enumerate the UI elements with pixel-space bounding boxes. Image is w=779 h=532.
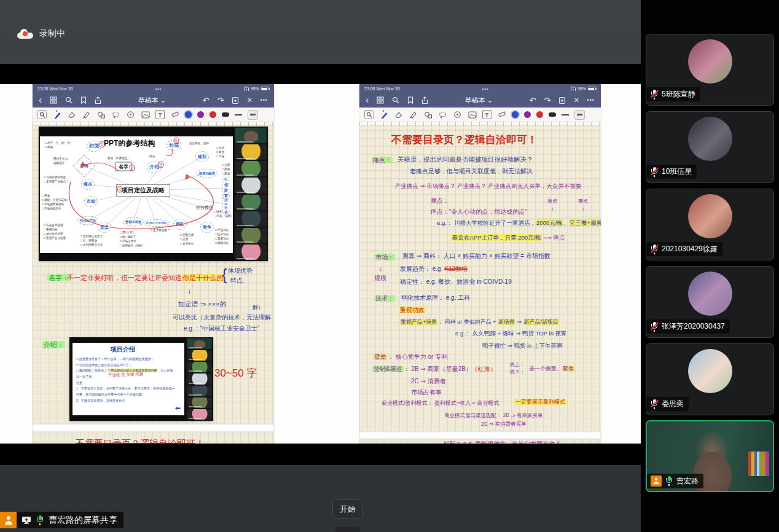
cloud-recording-icon [17, 29, 33, 39]
shared-tablet-screenshot-left: 23:08 Wed Nov 30 ••• 98% ‹ 草稿本 ⌄ [33, 84, 274, 444]
bookmark-icon [80, 96, 87, 104]
intro-slide-line: □ 可以把答辩稿上的文字呈现在PPT上； [76, 362, 175, 369]
intro-slide: 项目介绍 □ 说清楚你准备干一件什么事，一两句话就能说清楚的；□ 可以把答辩稿上… [72, 343, 184, 415]
participant-tile[interactable]: 张泽芳2020030437 [646, 266, 774, 338]
note-line: e.g.： 川师大学校附近开了一家酒店，2000元/晚、它三餐+服务好 [437, 219, 601, 227]
participant-name: 张泽芳2020030437 [662, 321, 725, 332]
eraser-tool-icon [394, 110, 403, 119]
pen-tool-icon [379, 110, 388, 119]
mic-muted-icon [650, 167, 659, 177]
share-banner-text: 曹宏路的屏幕共享 [49, 515, 117, 526]
notes-toolbar: T [33, 108, 274, 122]
embedded-mini-tile [235, 228, 267, 243]
recording-label: 录制中 [39, 28, 65, 39]
embedded-mini-tile [235, 195, 267, 210]
embedded-mini-tile [187, 338, 212, 349]
screen-share-banner[interactable]: 曹宏路的屏幕共享 [0, 512, 123, 528]
note-line: ↑ [551, 206, 554, 213]
screen-share-area: 录制中 23:08 Wed Nov 30 ••• 98% ‹ [0, 0, 641, 532]
note-line: 关联度，提出的问题是否能被项目很好地解决？ [397, 155, 533, 163]
note-line: 2C ⇒ 有消费者买单 [481, 421, 527, 428]
bookshelf-background [748, 452, 769, 476]
note-line: 重视功效 [399, 307, 426, 315]
pen-color-blue [512, 111, 519, 118]
mic-muted-icon [650, 399, 659, 409]
wifi-icon [571, 87, 576, 91]
participant-tile[interactable]: 曹宏路 [646, 420, 774, 492]
participant-tile[interactable]: 娄思奕 [646, 343, 774, 415]
stamp-tool-icon [453, 110, 462, 119]
note-line: { [222, 265, 227, 285]
pen-color-purple [197, 111, 204, 118]
note-line: 创新？ e.g. 卖鸭很便宜，靠其它方面来收入 [443, 440, 561, 444]
note-line: 加定语 ⇒ ×××的 [178, 300, 227, 309]
intro-slide-line: 2、不建议盲目跟风，追捧投资热点 [76, 398, 175, 404]
eraser-tool-icon [67, 110, 76, 119]
note-line: 发展趋势： e.g. K12教培 [400, 265, 468, 273]
embedded-participant-strip-2 [186, 337, 213, 421]
pen-color-blue [185, 111, 192, 118]
participant-namebar: 张泽芳2020030437 [646, 319, 730, 334]
recording-indicator[interactable]: 录制中 [17, 28, 65, 39]
avatar [688, 117, 732, 161]
tape-tool-icon [497, 110, 506, 119]
share-letterbox-top [0, 64, 641, 84]
avatar [688, 39, 732, 84]
avatar [688, 194, 732, 238]
image-tool-icon [141, 110, 150, 119]
close-icon: × [574, 96, 579, 104]
intro-slide-title: 项目介绍 [111, 346, 135, 354]
start-button[interactable]: 开始 [332, 499, 363, 518]
search-icon [65, 96, 72, 104]
wifi-icon [244, 87, 249, 91]
battery-percent: 98% [577, 87, 586, 91]
intro-slide-line: 1、不要追求大而全，也不要产业链太长，要专注聚焦：表明你就想做一 [76, 386, 175, 392]
note-line: 不一定非要好听，但一定要让评委知道你是干什么的 [67, 274, 224, 283]
host-badge-icon [651, 475, 662, 487]
participant-tile[interactable]: 5班陈宣静 [646, 34, 774, 106]
note-line: 老痛点足够，但与项目关联度低，则无法解决 [410, 168, 533, 176]
battery-icon [261, 87, 269, 90]
stroke-width-box [248, 110, 258, 120]
note-line: 最近在APP上订单，只需 200元/晚 ⟶ 痒点 [452, 234, 565, 241]
status-dots: ••• [482, 87, 488, 91]
battery-icon [588, 87, 596, 90]
embedded-participant-strip [234, 127, 268, 261]
note-line: 2C ⇒ 消费者 [411, 378, 446, 386]
participant-tile[interactable]: 2021030429徐露 [646, 189, 774, 260]
stroke-thin [235, 114, 242, 115]
redo-icon: ↷ [217, 96, 224, 104]
note-line: 弱化技术原理： e.g. 工科 [401, 294, 470, 302]
status-time: 23:08 Wed Nov 30 [364, 87, 400, 91]
note-line: 选一个侧重、聚焦 [529, 366, 574, 372]
pen-color-black [549, 112, 556, 117]
shapes-tool-icon [96, 110, 106, 119]
notebook-page-right: 不需要目录页？逻辑自洽即可！痛点：关联度，提出的问题是否能被项目很好地解决？老痛… [359, 122, 601, 444]
battery-percent: 98% [251, 87, 259, 91]
note-line: e.g.： 久久鸭脖 + 馋味 ⇒ 鸭货 TOP in 夜宵 [455, 330, 567, 337]
note-line: 体现优势 [228, 267, 252, 275]
notebook-page-left: ⋯ ⋯ PPT的参考结构 封面封底规划股权&融资引领教育产业&社会经营数据竞争团… [33, 122, 274, 444]
status-dots: ••• [155, 87, 162, 91]
note-line: 介绍： [42, 341, 65, 350]
taskbar-hint [335, 527, 360, 532]
embedded-mini-tile [187, 386, 212, 396]
avatar [688, 349, 732, 393]
avatar [688, 272, 732, 316]
pen-color-black [222, 112, 229, 117]
text-tool-icon: T [155, 110, 165, 119]
notebook-title: 草稿本 ⌄ [101, 96, 202, 105]
note-line: 营销&渠道： 2B ⇒ 商家（尽量2B）（红海） [372, 366, 496, 374]
pen-color-purple [524, 111, 531, 118]
participant-tile[interactable]: 10班伍星 [646, 111, 774, 183]
ipad-status-bar: 23:08 Wed Nov 30 ••• 98% [359, 84, 601, 93]
back-icon: ‹ [39, 95, 42, 105]
note-line: e.g.：“中国核工业安全卫士” [184, 325, 259, 333]
participant-namebar: 2021030429徐露 [646, 242, 722, 256]
note-line: 壁垒： 核心竞争力 or 专利 [373, 353, 447, 361]
note-line: ↓ [187, 287, 191, 296]
embedded-mini-tile [235, 178, 267, 193]
red-pen-annotations [40, 136, 233, 253]
more-icon: ••• [587, 98, 595, 103]
embedded-mini-tile [187, 374, 212, 384]
